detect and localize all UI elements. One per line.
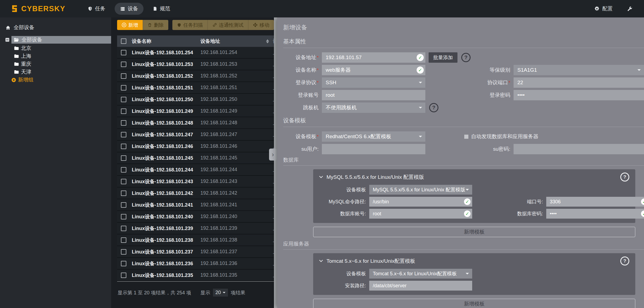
mysql-password-input[interactable] (546, 209, 644, 219)
row-checkbox[interactable] (121, 179, 126, 184)
jump-server-select[interactable]: 不使用跳板机 (322, 102, 425, 113)
delete-device-button[interactable]: 删除 (143, 20, 168, 30)
row-checkbox[interactable] (121, 155, 126, 161)
row-checkbox[interactable] (121, 50, 126, 55)
device-name-input[interactable] (322, 65, 425, 75)
protocol-port-field (514, 77, 644, 88)
row-checkbox[interactable] (121, 120, 126, 126)
drawer-collapse-handle[interactable]: › (269, 149, 277, 161)
select-all-checkbox[interactable] (121, 38, 126, 44)
column-header-address[interactable]: 设备地址 (200, 38, 273, 44)
tree-node-group[interactable]: 重庆 (0, 60, 111, 68)
batch-add-button[interactable]: 批量添加 (429, 52, 457, 63)
mysql-password-label: 数据库密码: (505, 210, 543, 217)
chevron-right-icon: › (272, 151, 274, 158)
row-checkbox[interactable] (121, 261, 126, 266)
column-header-name[interactable]: 设备名称 (132, 38, 200, 44)
required-mark: * (317, 55, 319, 60)
login-account-input[interactable] (322, 90, 425, 100)
row-checkbox[interactable] (121, 273, 126, 278)
mysql-port-input[interactable] (546, 197, 644, 207)
chevron-down-icon (319, 260, 323, 262)
help-icon[interactable]: ? (620, 256, 629, 265)
help-icon[interactable]: ? (461, 53, 471, 62)
nav-item-devices[interactable]: 设备 (115, 3, 144, 15)
device-address-input[interactable] (322, 52, 425, 63)
page-size-select[interactable]: 20 (213, 289, 228, 297)
row-checkbox[interactable] (121, 73, 126, 79)
appserver-block: Tomcat 5.x~6.x for Linux/Unix配置模板 ? 设备模板… (313, 253, 635, 308)
config-button[interactable]: 配置 (594, 5, 613, 12)
protocol-port-label: 协议端口* (464, 79, 510, 86)
row-checkbox[interactable] (121, 85, 126, 90)
login-account-row: 登录账号 登录密码 (283, 90, 644, 100)
protection-level-select[interactable]: S1A1G1 (514, 65, 644, 75)
jump-server-row: 跳板机 不使用跳板机 ? (283, 102, 644, 113)
tree-node-group[interactable]: 天津 (0, 68, 111, 76)
login-password-input[interactable] (514, 90, 644, 100)
mysql-account-field: ✓ (369, 209, 472, 219)
mysql-account-label: 数据库账号: (319, 210, 366, 217)
tomcat-device-template-select[interactable]: Tomcat 5.x~6.x for Linux/Unix配置模板 (369, 269, 472, 279)
page-size-suffix: 项结果 (231, 289, 245, 296)
cell-device-address: 192.168.101.247 (200, 132, 273, 137)
required-mark: * (317, 134, 319, 139)
su-password-label: su密码: (464, 146, 510, 153)
tree-node-group[interactable]: 上海 (0, 52, 111, 60)
nav-item-specs[interactable]: 规范 (147, 3, 176, 15)
row-checkbox[interactable] (121, 202, 126, 208)
tree-node-all-devices[interactable]: 全部设备 (11, 36, 111, 44)
row-checkbox[interactable] (121, 237, 126, 243)
add-device-button[interactable]: 新增 (117, 20, 143, 30)
device-name-field: ✓ (322, 65, 425, 75)
pagination-bar: 显示第 1 至 20 项结果，共 254 项 显示 20 项结果 (118, 289, 245, 297)
cell-device-address: 192.168.101.242 (200, 190, 273, 196)
row-checkbox[interactable] (121, 97, 126, 102)
auto-discover-checkbox[interactable] (464, 134, 469, 139)
row-checkbox[interactable] (121, 191, 126, 196)
row-checkbox[interactable] (121, 167, 126, 173)
su-password-input[interactable] (514, 144, 644, 154)
protocol-port-input[interactable] (514, 77, 644, 88)
folder-icon (14, 62, 19, 66)
valid-check-icon: ✓ (417, 67, 424, 74)
tree-node-label: 北京 (21, 45, 31, 52)
shield-icon (177, 23, 181, 27)
tomcat-install-path-input[interactable] (369, 281, 472, 291)
su-user-input[interactable] (322, 144, 425, 154)
add-appserver-template-button[interactable]: 新增模板 (313, 299, 635, 308)
row-checkbox[interactable] (121, 62, 126, 67)
jump-server-field: 不使用跳板机 (322, 102, 425, 113)
tomcat-card-header[interactable]: Tomcat 5.x~6.x for Linux/Unix配置模板 ? (319, 256, 629, 265)
nav-item-tasks[interactable]: 任务 (82, 3, 111, 15)
collapse-icon[interactable] (5, 38, 9, 42)
connectivity-test-button[interactable]: 连通性测试 (207, 20, 248, 30)
move-button[interactable]: 移动 (248, 20, 274, 30)
tomcat-install-path-field (369, 281, 472, 291)
row-checkbox[interactable] (121, 249, 126, 255)
add-database-template-button[interactable]: 新增模板 (313, 227, 635, 237)
mysql-device-template-select[interactable]: MySQL 5.5.x/5.6.x for Linux/Unix 配置模版 (369, 185, 472, 195)
wrench-icon[interactable] (627, 6, 633, 12)
device-template-select[interactable]: Redhat/CentOS 6.x配置模板 (322, 131, 425, 142)
row-checkbox[interactable] (121, 144, 126, 149)
task-scan-button[interactable]: 任务扫描 (172, 20, 207, 30)
row-checkbox[interactable] (121, 132, 126, 137)
mysql-cmd-path-input[interactable] (369, 197, 472, 207)
row-checkbox[interactable] (121, 214, 126, 219)
login-protocol-select[interactable]: SSH (322, 77, 425, 88)
help-icon[interactable]: ? (429, 103, 438, 112)
divider (283, 249, 644, 250)
row-checkbox[interactable] (121, 108, 126, 114)
scrollbar[interactable] (274, 17, 277, 308)
mysql-account-input[interactable] (369, 209, 472, 219)
row-checkbox[interactable] (121, 226, 126, 231)
tomcat-card-title: Tomcat 5.x~6.x for Linux/Unix配置模板 (326, 258, 415, 265)
sort-icon[interactable] (266, 39, 269, 43)
tree-node-group[interactable]: 北京 (0, 44, 111, 52)
device-address-field: ✓ (322, 52, 425, 63)
help-icon[interactable]: ? (620, 173, 629, 182)
mysql-card-header[interactable]: MySQL 5.5.x/5.6.x for Linux/Unix 配置模版 ? (319, 173, 629, 182)
add-group-button[interactable]: 新增组 (0, 76, 111, 84)
cell-device-name: Linux设备-192.168.101.253 (132, 61, 200, 68)
